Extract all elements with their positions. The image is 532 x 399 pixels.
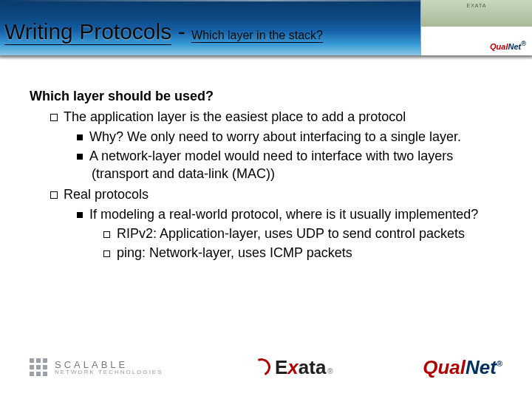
logo-scalable: SCALABLE NETWORK TECHNOLOGIES — [30, 358, 163, 376]
exata-rest: ata — [299, 356, 327, 379]
body-content: Which layer should be used? The applicat… — [30, 87, 495, 262]
qualnet-net: Net — [466, 356, 497, 378]
banner-shadow — [0, 55, 532, 60]
logo-qualnet: QualNet® — [423, 356, 502, 379]
footer-logos: SCALABLE NETWORK TECHNOLOGIES Exata® Qua… — [30, 349, 502, 386]
title-separator: - — [178, 19, 185, 44]
bullet-ping: ping: Network-layer, uses ICMP packets — [103, 244, 495, 262]
title-banner: EXATA QualNet® Writing Protocols - Which… — [0, 0, 532, 55]
slide: EXATA QualNet® Writing Protocols - Which… — [0, 0, 532, 399]
title-sub-text: Which layer in the stack? — [191, 29, 323, 43]
bullet-app-layer: The application layer is the easiest pla… — [50, 108, 495, 126]
exata-x: x — [287, 356, 298, 379]
corner-qual: Qual — [490, 42, 508, 51]
exata-swoosh-icon — [250, 356, 273, 379]
corner-top-label: EXATA — [421, 0, 532, 27]
bullet-network-two-layers: A network-layer model would need to inte… — [77, 147, 495, 183]
slide-title: Writing Protocols - Which layer in the s… — [4, 19, 414, 44]
bullet-ripv2: RIPv2: Application-layer, uses UDP to se… — [103, 225, 495, 242]
logo-exata: Exata® — [253, 356, 333, 379]
exata-tm: ® — [327, 367, 332, 375]
snt-line1: SCALABLE — [55, 360, 163, 369]
snt-grid-icon — [30, 358, 47, 376]
title-main-text: Writing Protocols — [4, 19, 171, 45]
corner-reg: ® — [521, 40, 526, 47]
snt-line2: NETWORK TECHNOLOGIES — [55, 369, 163, 375]
bullet-why-single-layer: Why? We only need to worry about interfa… — [77, 128, 495, 146]
corner-badge: EXATA QualNet® — [420, 0, 532, 55]
bullet-real-world-where: If modeling a real-world protocol, where… — [77, 205, 495, 223]
bullet-real-protocols: Real protocols — [50, 185, 495, 203]
qualnet-qual: Qual — [423, 356, 466, 378]
exata-e: E — [275, 356, 287, 379]
body-heading: Which layer should be used? — [30, 89, 214, 103]
qualnet-reg: ® — [497, 359, 502, 368]
corner-net: Net — [508, 42, 522, 51]
corner-qualnet-mark: QualNet® — [427, 40, 526, 51]
